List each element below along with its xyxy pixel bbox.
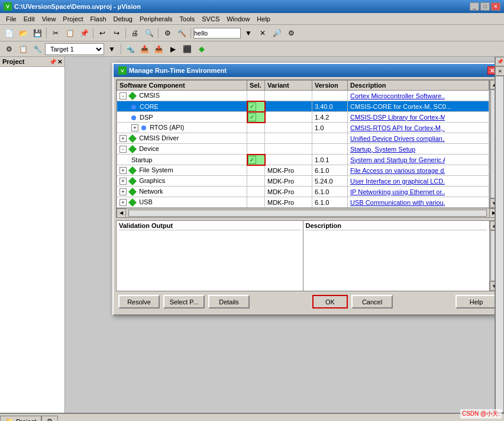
settings-btn[interactable]: ⚙ xyxy=(285,27,298,40)
table-row[interactable]: + Graphics MDK-Pro 5.24.0 User Interfac xyxy=(117,176,489,187)
target-btn2[interactable]: 📋 xyxy=(17,43,30,56)
pin-icon[interactable]: 📌 xyxy=(49,59,56,65)
open-btn[interactable]: 📂 xyxy=(17,27,30,40)
resolve-button[interactable]: Resolve xyxy=(118,295,160,308)
checkbox-dsp[interactable]: ✓ xyxy=(248,113,256,121)
desc-link[interactable]: Unified Device Drivers complian... xyxy=(350,135,445,142)
load2-btn[interactable]: 📤 xyxy=(152,43,165,56)
desc-link[interactable]: CMSIS-DSP Library for Cortex-M... xyxy=(350,114,445,121)
expand-icon[interactable]: + xyxy=(119,167,127,174)
config-btn[interactable]: 🔩 xyxy=(124,43,137,56)
menu-flash[interactable]: Flash xyxy=(87,14,110,24)
val-scroll-track[interactable] xyxy=(490,230,495,281)
menu-svcs[interactable]: SVCS xyxy=(198,14,223,24)
target-btn3[interactable]: 🔧 xyxy=(31,43,44,56)
undo-btn[interactable]: ↩ xyxy=(96,27,109,40)
redo-btn[interactable]: ↪ xyxy=(110,27,123,40)
desc-link[interactable]: USB Communication with variou... xyxy=(350,199,445,206)
menu-tools[interactable]: Tools xyxy=(176,14,199,24)
menu-file[interactable]: File xyxy=(2,14,20,24)
validation-vscroll[interactable]: ▲ ▼ xyxy=(489,221,495,291)
run-btn[interactable]: ▶ xyxy=(166,43,179,56)
table-hscroll[interactable]: ◀ ▶ xyxy=(117,208,495,217)
rtenv-btn[interactable]: ◆ xyxy=(195,43,208,56)
table-row[interactable]: Startup ✓ 1.0.1 System and Startup for G xyxy=(117,155,489,165)
table-row[interactable]: - Device Startup, System Setup xyxy=(117,144,489,155)
scroll-track[interactable] xyxy=(490,89,495,198)
right-scrollbar[interactable]: 📌 ✕ xyxy=(495,57,504,413)
desc-link[interactable]: Startup, System Setup xyxy=(350,146,445,153)
panel-close-icon[interactable]: ✕ xyxy=(57,59,62,65)
expand-icon[interactable]: + xyxy=(119,135,127,142)
menu-help[interactable]: Help xyxy=(253,14,274,24)
table-vscroll[interactable]: ▲ ▼ xyxy=(489,80,495,208)
scroll-left-arrow[interactable]: ◀ xyxy=(117,208,126,218)
scroll-right-arrow[interactable]: ▶ xyxy=(489,208,495,218)
desc-link[interactable]: Cortex Microcontroller Software... xyxy=(350,92,445,99)
desc-link[interactable]: File Access on various storage d... xyxy=(350,167,445,174)
desc-link[interactable]: CMSIS-RTOS API for Cortex-M, S... xyxy=(350,124,445,131)
table-row[interactable]: - CMSIS Cortex Microcontroller Softwa xyxy=(117,91,489,101)
right-scroll-pin[interactable]: 📌 xyxy=(495,57,504,66)
table-row[interactable]: + CMSIS Driver Unified Device Drivers xyxy=(117,133,489,144)
help-button[interactable]: Help xyxy=(455,295,495,308)
menu-debug[interactable]: Debug xyxy=(110,14,136,24)
select-p-button[interactable]: Select P... xyxy=(163,295,205,308)
menu-peripherals[interactable]: Peripherals xyxy=(136,14,176,24)
desc-link[interactable]: System and Startup for Generic A... xyxy=(350,156,445,163)
build-btn[interactable]: ⚙ xyxy=(161,27,174,40)
minimize-button[interactable]: _ xyxy=(470,2,479,11)
right-scroll-track[interactable] xyxy=(495,76,504,413)
table-row[interactable]: + USB MDK-Pro 6.1.0 USB Communication w xyxy=(117,197,489,208)
expand-icon[interactable]: - xyxy=(119,92,127,99)
new-btn[interactable]: 📄 xyxy=(2,27,15,40)
scroll-up-arrow[interactable]: ▲ xyxy=(490,80,495,89)
search-input[interactable] xyxy=(193,28,241,38)
expand-icon[interactable]: + xyxy=(119,188,127,195)
val-scroll-down[interactable]: ▼ xyxy=(490,281,495,291)
component-table-scroll[interactable]: Software Component Sel. Variant Version … xyxy=(117,80,489,208)
print-btn[interactable]: 🖨 xyxy=(128,27,141,40)
table-row[interactable]: CORE ✓ 3.40.0 CMSIS-CORE for Cortex-M, S xyxy=(117,101,489,112)
table-row[interactable]: + RTOS (API) 1.0 CMSIS-RTOS API for Co xyxy=(117,123,489,133)
desc-link[interactable]: User Interface on graphical LCD... xyxy=(350,178,445,185)
cut-btn[interactable]: ✂ xyxy=(49,27,62,40)
checkbox-startup[interactable]: ✓ xyxy=(248,156,256,164)
expand-icon[interactable]: + xyxy=(119,199,127,206)
b-tab[interactable]: ⚙ xyxy=(41,416,58,421)
menu-view[interactable]: View xyxy=(38,14,60,24)
rebuild-btn[interactable]: 🔨 xyxy=(175,27,188,40)
table-row[interactable]: DSP ✓ 1.4.2 CMSIS-DSP Library for Cortex xyxy=(117,112,489,123)
zoom-btn[interactable]: 🔎 xyxy=(270,27,283,40)
menu-edit[interactable]: Edit xyxy=(20,14,38,24)
details-button[interactable]: Details xyxy=(208,295,250,308)
table-row[interactable]: + Network MDK-Pro 6.1.0 IP Networking u xyxy=(117,187,489,197)
paste-btn[interactable]: 📌 xyxy=(77,27,91,40)
right-scroll-close[interactable]: ✕ xyxy=(495,66,504,76)
target-settings-btn[interactable]: ⚙ xyxy=(2,43,15,56)
checkbox-core[interactable]: ✓ xyxy=(248,102,256,111)
val-scroll-up[interactable]: ▲ xyxy=(490,221,495,230)
search-clear-btn[interactable]: ✕ xyxy=(256,27,269,40)
desc-link[interactable]: IP Networking using Ethernet or... xyxy=(350,188,445,195)
expand-icon[interactable]: + xyxy=(131,124,138,131)
find-btn[interactable]: 🔍 xyxy=(143,27,156,40)
maximize-button[interactable]: □ xyxy=(480,2,490,11)
target-dropdown[interactable]: ▼ xyxy=(105,43,118,56)
copy-btn[interactable]: 📋 xyxy=(63,27,76,40)
hscroll-track[interactable] xyxy=(128,210,487,217)
close-button[interactable]: ✕ xyxy=(491,2,500,11)
dialog-close-button[interactable]: ✕ xyxy=(487,66,495,75)
menu-project[interactable]: Project xyxy=(59,14,86,24)
load-btn[interactable]: 📥 xyxy=(138,43,151,56)
search-go-btn[interactable]: ▼ xyxy=(242,27,255,40)
ok-button[interactable]: OK xyxy=(312,295,348,308)
project-tab[interactable]: 📁 Project xyxy=(0,416,41,421)
menu-window[interactable]: Window xyxy=(223,14,253,24)
table-row[interactable]: + File System MDK-Pro 6.1.0 File Access xyxy=(117,165,489,176)
scroll-down-arrow[interactable]: ▼ xyxy=(490,198,495,208)
expand-icon[interactable]: + xyxy=(119,178,127,185)
cancel-button[interactable]: Cancel xyxy=(351,295,393,308)
save-btn[interactable]: 💾 xyxy=(31,27,44,40)
stop-btn[interactable]: ⬛ xyxy=(180,43,193,56)
